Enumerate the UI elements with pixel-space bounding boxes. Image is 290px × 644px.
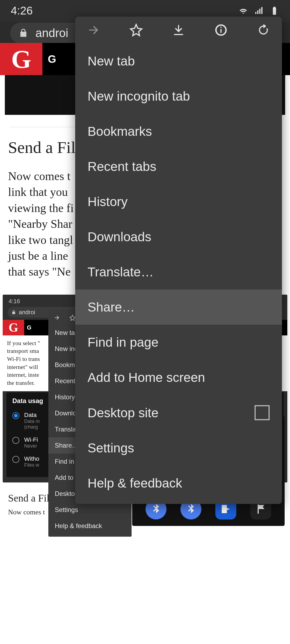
checkbox-icon[interactable]: [255, 405, 270, 420]
inset-opt-name: Wi-Fi: [24, 436, 38, 443]
status-icons: [238, 6, 279, 16]
inset-opt-name: Witho: [24, 455, 39, 462]
star-icon: [69, 314, 76, 321]
menu-item-recent-tabs[interactable]: Recent tabs: [75, 149, 282, 184]
svg-rect-3: [220, 29, 222, 33]
wifi-icon: [238, 6, 248, 16]
inset-opt-sub: Files w: [24, 462, 39, 468]
site-logo: G: [0, 43, 42, 75]
inset-opt-sub: Data m (charg: [24, 419, 40, 430]
inset-site-letter: G: [27, 324, 31, 331]
inset-opt-sub: Never: [24, 443, 38, 449]
menu-item-label: Desktop site: [88, 405, 158, 420]
lock-icon: [11, 310, 16, 315]
menu-item-find-in-page[interactable]: Find in page: [75, 325, 282, 360]
menu-item-bookmarks[interactable]: Bookmarks: [75, 114, 282, 149]
overflow-menu: New tab New incognito tab Bookmarks Rece…: [75, 17, 282, 504]
inset-opt-name: Data: [24, 412, 40, 419]
forward-icon: [54, 314, 60, 321]
status-time: 4:26: [11, 4, 33, 17]
signal-icon: [254, 6, 264, 16]
battery-icon: [270, 6, 279, 16]
menu-item-history[interactable]: History: [75, 184, 282, 219]
menu-item-desktop-site[interactable]: Desktop site: [75, 395, 282, 430]
radio-selected-icon: [12, 412, 19, 419]
menu-item-translate[interactable]: Translate…: [75, 254, 282, 290]
menu-top-icons: [75, 17, 282, 43]
inset-menu-item: Settings: [48, 502, 132, 518]
svg-rect-4: [220, 27, 222, 28]
radio-unselected-icon: [12, 437, 19, 444]
menu-item-add-to-home-screen[interactable]: Add to Home screen: [75, 360, 282, 395]
lock-icon: [18, 28, 28, 38]
refresh-icon[interactable]: [257, 23, 270, 37]
inset-menu-item: Help & feedback: [48, 518, 132, 534]
url-host: androi: [35, 26, 68, 40]
forward-icon[interactable]: [87, 23, 100, 37]
menu-item-new-tab[interactable]: New tab: [75, 43, 282, 79]
star-icon[interactable]: [129, 23, 143, 37]
inset-url-host: androi: [19, 309, 35, 316]
radio-unselected-icon: [12, 456, 19, 463]
inset-site-logo: G: [3, 320, 24, 335]
menu-item-new-incognito-tab[interactable]: New incognito tab: [75, 79, 282, 114]
download-icon[interactable]: [172, 23, 185, 37]
menu-item-share[interactable]: Share…: [75, 290, 282, 325]
menu-item-help-feedback[interactable]: Help & feedback: [75, 466, 282, 501]
menu-item-downloads[interactable]: Downloads: [75, 219, 282, 254]
site-title-fragment: G: [48, 53, 56, 65]
menu-item-settings[interactable]: Settings: [75, 430, 282, 466]
info-icon[interactable]: [214, 23, 228, 37]
